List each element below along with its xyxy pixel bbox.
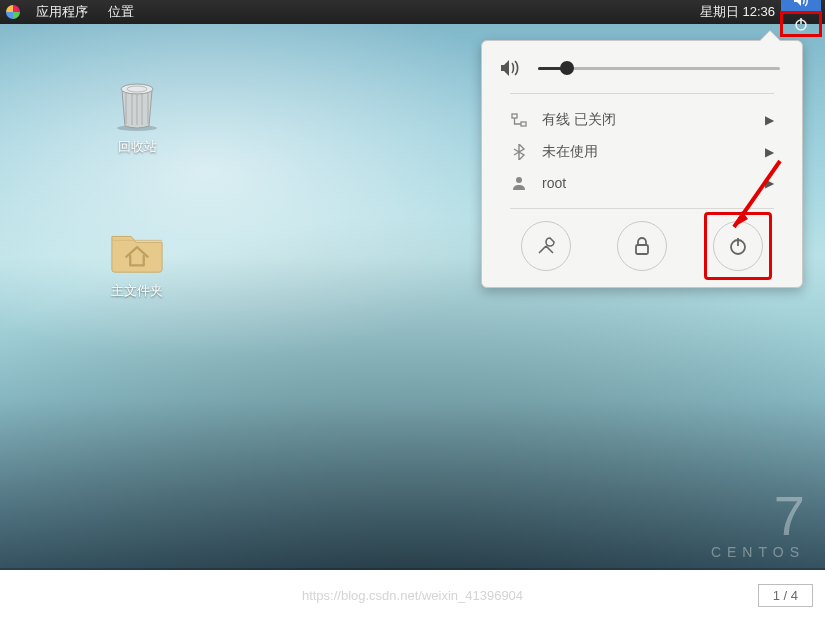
trash-label: 回收站 [92, 138, 182, 156]
home-folder-desktop-icon[interactable]: 主文件夹 [92, 222, 182, 300]
chevron-right-icon: ▶ [765, 176, 774, 190]
volume-slider[interactable] [538, 67, 780, 70]
volume-icon [793, 0, 809, 7]
power-icon [728, 236, 748, 256]
top-panel: 应用程序 位置 星期日 12:36 [0, 0, 825, 24]
page-indicator: 1 / 4 [758, 584, 813, 607]
volume-icon [500, 59, 522, 77]
tray-power-button[interactable] [781, 12, 821, 36]
bluetooth-label: 未在使用 [542, 143, 751, 161]
network-label: 有线 已关闭 [542, 111, 751, 129]
watermark-text: https://blog.csdn.net/weixin_41396904 [302, 588, 523, 603]
os-watermark: 7 CENTOS [711, 488, 805, 560]
popover-tail [760, 31, 780, 41]
svg-point-7 [516, 177, 522, 183]
places-menu[interactable]: 位置 [108, 3, 134, 21]
lock-button[interactable] [617, 221, 667, 271]
activities-logo-icon [6, 5, 20, 19]
volume-row [492, 59, 792, 83]
bluetooth-icon [510, 144, 528, 160]
svg-rect-6 [521, 122, 526, 126]
chevron-right-icon: ▶ [765, 113, 774, 127]
applications-menu[interactable]: 应用程序 [36, 3, 88, 21]
trash-desktop-icon[interactable]: 回收站 [92, 78, 182, 156]
network-icon [510, 113, 528, 127]
separator [510, 93, 774, 94]
bluetooth-row[interactable]: 未在使用 ▶ [492, 136, 792, 168]
settings-button[interactable] [521, 221, 571, 271]
power-icon [794, 17, 808, 31]
network-wired-row[interactable]: 有线 已关闭 ▶ [492, 104, 792, 136]
svg-rect-5 [512, 114, 517, 118]
user-row[interactable]: root ▶ [492, 168, 792, 198]
power-button[interactable] [713, 221, 763, 271]
svg-rect-8 [636, 245, 648, 254]
separator [510, 208, 774, 209]
viewer-footer: https://blog.csdn.net/weixin_41396904 1 … [0, 570, 825, 620]
lock-icon [633, 236, 651, 256]
system-menu-popover: 有线 已关闭 ▶ 未在使用 ▶ root ▶ [481, 40, 803, 288]
svg-point-9 [731, 240, 745, 254]
user-icon [510, 176, 528, 190]
folder-home-icon [109, 226, 165, 274]
trash-icon [114, 80, 160, 132]
action-buttons-row [492, 219, 792, 271]
user-label: root [542, 175, 751, 191]
home-folder-label: 主文件夹 [92, 282, 182, 300]
clock-label[interactable]: 星期日 12:36 [700, 3, 775, 21]
chevron-right-icon: ▶ [765, 145, 774, 159]
tray-volume-button[interactable] [781, 0, 821, 12]
tools-icon [536, 236, 556, 256]
